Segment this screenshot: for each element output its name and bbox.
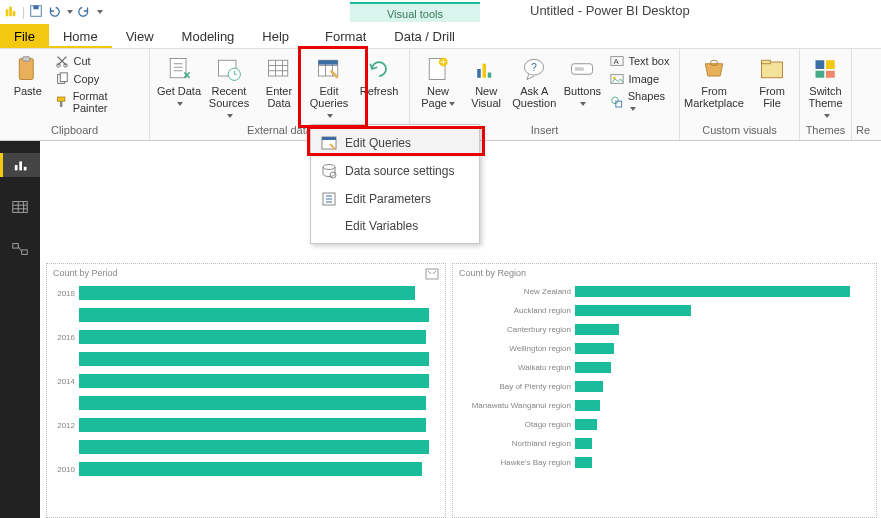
bar-category-label: 2012 [53,421,79,430]
ask-question-button[interactable]: ?Ask A Question [512,53,556,109]
get-data-button[interactable]: Get Data [156,53,202,109]
undo-dropdown-icon[interactable] [67,10,73,14]
bar-category-label: Canterbury region [459,325,575,334]
svg-rect-10 [61,73,68,82]
svg-rect-39 [815,71,824,78]
edit-queries-icon [315,55,343,83]
focus-mode-icon[interactable] [425,268,439,280]
save-icon[interactable] [29,4,43,21]
qat-dropdown-icon[interactable] [97,10,103,14]
svg-text:?: ? [531,61,537,73]
image-icon [610,72,624,86]
textbox-icon: A [610,54,624,68]
bar [79,462,422,476]
from-file-button[interactable]: From File [752,53,792,109]
tab-format[interactable]: Format [311,24,380,48]
bar-category-label: 2010 [53,465,79,474]
svg-rect-48 [23,167,26,171]
bar [79,440,429,454]
data-view-button[interactable] [6,195,34,219]
get-data-icon [165,55,193,83]
svg-rect-12 [60,101,62,107]
group-themes: Switch Theme Themes [800,49,852,140]
bar-row: Canterbury region [459,321,870,337]
edit-queries-menu-icon [321,135,337,151]
copy-button[interactable]: Copy [53,71,143,87]
tab-help[interactable]: Help [248,24,303,48]
switch-theme-icon [812,55,840,83]
enter-data-button[interactable]: Enter Data [256,53,302,109]
bar [79,396,426,410]
refresh-icon [365,55,393,83]
copy-icon [55,72,69,86]
tab-file[interactable]: File [0,24,49,48]
svg-rect-37 [815,60,824,69]
visual-count-by-period[interactable]: Count by Period 20182016201420122010 [46,263,446,518]
group-clipboard: Paste Cut Copy Format Painter Clipboard [0,49,150,140]
tab-home[interactable]: Home [49,24,112,48]
menu-edit-variables[interactable]: Edit Variables [311,213,479,239]
undo-icon[interactable] [47,4,61,21]
switch-theme-button[interactable]: Switch Theme [806,53,845,121]
format-painter-icon [55,95,68,109]
data-source-icon [321,163,337,179]
model-view-button[interactable] [6,237,34,261]
refresh-button[interactable]: Refresh [356,53,402,97]
svg-rect-16 [269,60,288,76]
svg-rect-50 [13,244,18,249]
svg-rect-49 [13,202,27,213]
quick-access-toolbar: | [0,4,107,21]
bar-category-label: Hawke's Bay region [459,458,575,467]
tab-datadrill[interactable]: Data / Drill [380,24,469,48]
svg-rect-6 [22,57,29,61]
new-page-button[interactable]: New Page [416,53,460,109]
bars-left: 20182016201420122010 [47,284,445,486]
buttons-button[interactable]: Buttons [560,53,604,109]
bar [575,362,611,373]
report-view-button[interactable] [0,153,40,177]
image-button[interactable]: Image [608,71,673,87]
svg-text:A: A [614,57,620,66]
paste-button[interactable]: Paste [6,53,49,97]
bar [575,343,614,354]
textbox-button[interactable]: AText box [608,53,673,69]
from-marketplace-button[interactable]: From Marketplace [686,53,742,109]
edit-queries-dropdown: Edit Queries Data source settings Edit P… [310,124,480,244]
window-title: Untitled - Power BI Desktop [530,3,690,18]
menu-edit-queries[interactable]: Edit Queries [311,129,479,157]
svg-point-32 [612,97,619,104]
bar [79,286,415,300]
menu-data-source-settings[interactable]: Data source settings [311,157,479,185]
recent-sources-button[interactable]: Recent Sources [206,53,252,121]
format-painter-button[interactable]: Format Painter [53,89,143,115]
visual-count-by-region[interactable]: Count by Region New ZealandAuckland regi… [452,263,877,518]
edit-parameters-icon [321,191,337,207]
bar-category-label: Wellington region [459,344,575,353]
bar [575,381,603,392]
cut-button[interactable]: Cut [53,53,143,69]
shapes-button[interactable]: Shapes [608,89,673,115]
ask-question-icon: ? [520,55,548,83]
edit-queries-button[interactable]: Edit Queries [306,53,352,121]
svg-rect-23 [488,73,492,78]
svg-rect-42 [322,137,336,140]
app-icon [4,4,18,21]
svg-rect-2 [13,11,16,16]
bar [79,374,429,388]
menu-edit-parameters[interactable]: Edit Parameters [311,185,479,213]
redo-icon[interactable] [77,4,91,21]
bar [79,352,429,366]
bar-category-label: Northland region [459,439,575,448]
svg-rect-40 [826,71,835,78]
svg-rect-21 [477,69,481,78]
tab-modeling[interactable]: Modeling [168,24,249,48]
bar-row: Northland region [459,435,870,451]
new-visual-button[interactable]: New Visual [464,53,508,109]
tab-view[interactable]: View [112,24,168,48]
view-rail [0,141,40,518]
bar-row [53,350,439,368]
bar-category-label: Bay of Plenty region [459,382,575,391]
buttons-icon [568,55,596,83]
bar [575,305,691,316]
bar-row [53,438,439,456]
